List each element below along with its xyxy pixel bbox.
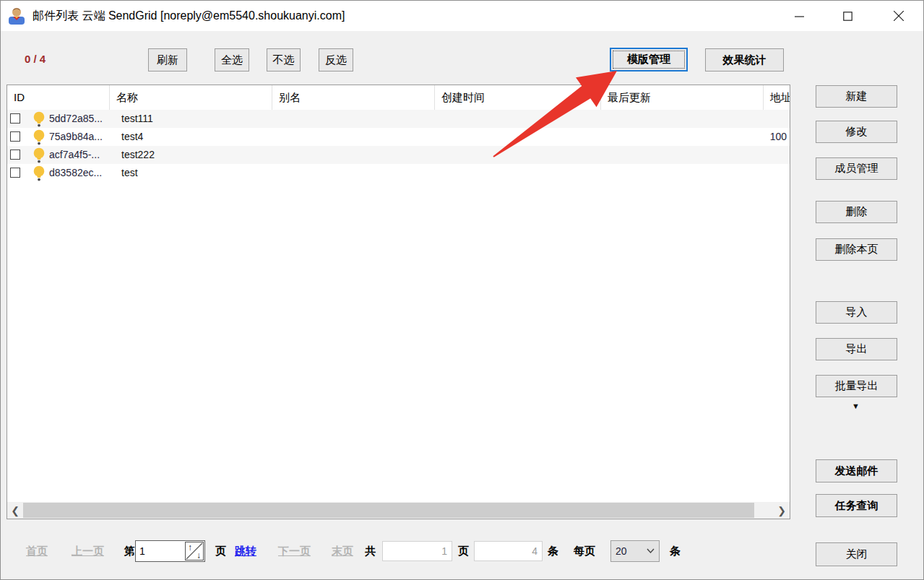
- select-none-button[interactable]: 不选: [267, 48, 301, 72]
- bulb-icon: [33, 129, 45, 145]
- horizontal-scrollbar[interactable]: ❮ ❯: [7, 502, 790, 519]
- batch-export-button[interactable]: 批量导出: [816, 375, 897, 397]
- table-row[interactable]: d83582ec... test: [7, 164, 790, 182]
- per-page-label: 每页: [574, 539, 595, 563]
- chevron-down-icon: [647, 548, 655, 554]
- total-label: 共: [365, 539, 376, 563]
- svg-text:↓: ↓: [197, 550, 201, 560]
- per-page-value: 20: [616, 541, 627, 561]
- row-name: test4: [121, 128, 143, 146]
- row-checkbox[interactable]: [10, 113, 20, 124]
- row-address: 100: [770, 128, 787, 146]
- minimize-icon: [795, 12, 804, 21]
- bulb-icon: [33, 165, 45, 181]
- bulb-icon: [33, 111, 45, 127]
- svg-text:↑: ↑: [188, 542, 192, 553]
- row-checkbox[interactable]: [10, 168, 20, 178]
- row-name: test: [121, 164, 138, 182]
- col-header-created[interactable]: 创建时间: [435, 85, 601, 110]
- close-window-button[interactable]: 关闭: [816, 542, 897, 566]
- page-label-ye: 页: [215, 539, 226, 563]
- total-items-field: 4: [474, 541, 543, 561]
- new-button[interactable]: 新建: [816, 85, 897, 108]
- jump-link[interactable]: 跳转: [235, 539, 256, 563]
- per-unit-label: 条: [670, 539, 681, 563]
- row-checkbox[interactable]: [10, 150, 20, 160]
- row-name: test111: [121, 110, 153, 128]
- page-label-di: 第: [124, 539, 135, 563]
- page-spinner[interactable]: ↑ ↓: [185, 542, 204, 560]
- table-row[interactable]: acf7a4f5-... test222: [7, 146, 790, 164]
- invert-select-button[interactable]: 反选: [319, 48, 353, 72]
- effect-stats-button[interactable]: 效果统计: [705, 48, 784, 72]
- app-window: 邮件列表 云端 SendGrid [noreply@em5540.shoukua…: [0, 0, 924, 580]
- page-number-input[interactable]: 1 ↑ ↓: [135, 540, 205, 562]
- col-header-updated[interactable]: 最后更新: [601, 85, 764, 110]
- scroll-left-icon[interactable]: ❮: [7, 502, 23, 519]
- pages-unit-label: 页: [458, 539, 469, 563]
- delete-button[interactable]: 删除: [816, 201, 897, 223]
- export-button[interactable]: 导出: [816, 338, 897, 360]
- row-checkbox[interactable]: [10, 131, 20, 142]
- batch-export-dropdown-icon[interactable]: ▼: [852, 402, 860, 410]
- close-button[interactable]: [882, 1, 915, 31]
- template-manage-button[interactable]: 模版管理: [610, 48, 688, 72]
- bulb-icon: [33, 147, 45, 163]
- scrollbar-thumb[interactable]: [23, 503, 754, 518]
- window-title: 邮件列表 云端 SendGrid [noreply@em5540.shoukua…: [33, 1, 345, 31]
- per-page-select[interactable]: 20: [610, 540, 660, 562]
- task-query-button[interactable]: 任务查询: [816, 494, 897, 517]
- prev-page-link[interactable]: 上一页: [72, 539, 104, 563]
- total-pages-field: 1: [382, 541, 452, 561]
- items-unit-label: 条: [548, 539, 558, 563]
- title-bar: 邮件列表 云端 SendGrid [noreply@em5540.shoukua…: [1, 1, 923, 31]
- row-name: test222: [121, 146, 155, 164]
- last-page-link[interactable]: 末页: [332, 539, 353, 563]
- row-id: d83582ec...: [49, 164, 102, 182]
- modify-button[interactable]: 修改: [816, 121, 897, 143]
- send-mail-button[interactable]: 发送邮件: [816, 459, 897, 482]
- delete-page-button[interactable]: 删除本页: [816, 238, 897, 261]
- row-id: 75a9b84a...: [49, 128, 103, 146]
- row-id: 5dd72a85...: [49, 110, 103, 128]
- col-header-address[interactable]: 地址: [764, 85, 790, 110]
- refresh-button[interactable]: 刷新: [148, 48, 187, 72]
- col-header-name[interactable]: 名称: [110, 85, 272, 110]
- col-header-id[interactable]: ID: [7, 85, 110, 110]
- select-all-button[interactable]: 全选: [215, 48, 249, 72]
- minimize-button[interactable]: [782, 1, 816, 31]
- maximize-icon: [843, 12, 852, 21]
- selection-counter: 0 / 4: [25, 53, 46, 65]
- page-number-value: 1: [139, 541, 145, 561]
- maximize-button[interactable]: [831, 1, 864, 31]
- row-id: acf7a4f5-...: [49, 146, 100, 164]
- next-page-link[interactable]: 下一页: [278, 539, 311, 563]
- close-icon: [894, 11, 904, 21]
- first-page-link[interactable]: 首页: [26, 539, 48, 563]
- scroll-right-icon[interactable]: ❯: [774, 502, 790, 519]
- table-row[interactable]: 75a9b84a... test4 100: [7, 128, 790, 146]
- app-icon: [7, 7, 26, 25]
- table-header: ID 名称 别名 创建时间 最后更新 地址: [7, 85, 790, 110]
- mail-list-table: ID 名称 别名 创建时间 最后更新 地址 5dd72a85... test11…: [7, 85, 790, 519]
- import-button[interactable]: 导入: [816, 301, 897, 324]
- member-manage-button[interactable]: 成员管理: [816, 157, 897, 180]
- table-row[interactable]: 5dd72a85... test111: [7, 110, 790, 128]
- col-header-alias[interactable]: 别名: [272, 85, 435, 110]
